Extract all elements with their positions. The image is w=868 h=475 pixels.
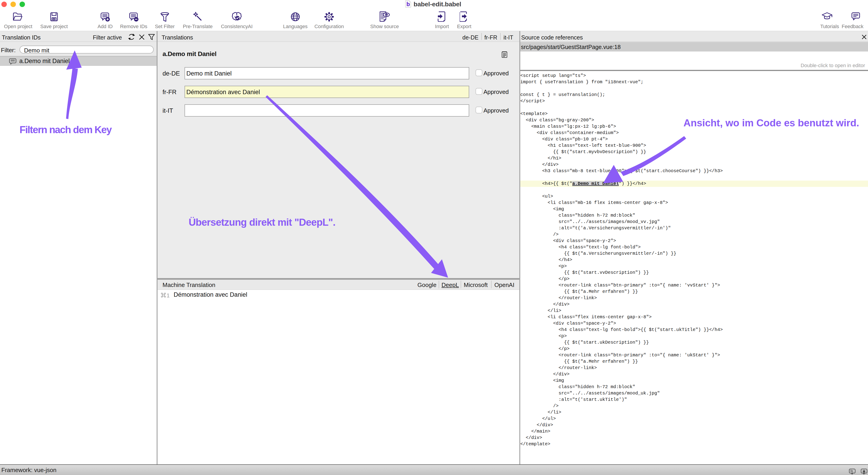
svg-text:b: b [406, 1, 410, 7]
